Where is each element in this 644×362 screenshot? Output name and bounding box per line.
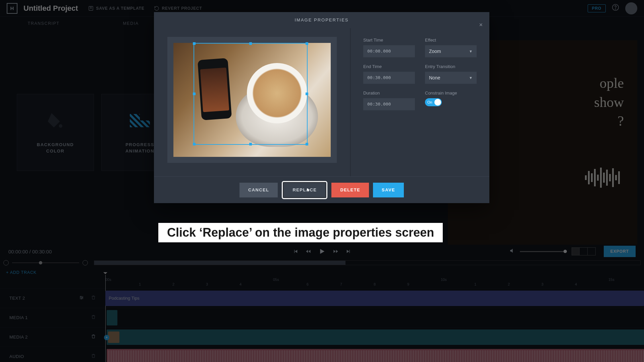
image-properties-modal: IMAGE PROPERTIES × Start Time 00:0: [154, 12, 489, 203]
label-effect: Effect: [425, 38, 477, 43]
delete-button[interactable]: DELETE: [331, 183, 369, 197]
label-constrain-image: Constrain Image: [425, 90, 477, 96]
label-end-time: End Time: [363, 64, 415, 69]
chevron-down-icon: ▼: [469, 49, 473, 53]
close-icon[interactable]: ×: [479, 17, 483, 33]
cursor-icon: [306, 188, 311, 193]
select-entry-value: None: [429, 75, 440, 80]
tutorial-callout: Click ‘Replace’ on the image properties …: [158, 223, 443, 242]
toggle-on-label: On: [427, 100, 432, 104]
label-start-time: Start Time: [363, 38, 415, 43]
label-duration: Duration: [363, 90, 415, 96]
select-effect[interactable]: Zoom▼: [425, 45, 477, 57]
crop-rectangle[interactable]: [194, 43, 308, 145]
label-entry-transition: Entry Transition: [425, 64, 477, 69]
input-start-time[interactable]: 00:00.000: [363, 45, 415, 57]
save-button[interactable]: SAVE: [373, 183, 404, 197]
cancel-button[interactable]: CANCEL: [239, 183, 278, 197]
input-end-time[interactable]: 00:30.000: [363, 72, 415, 84]
select-entry-transition[interactable]: None▼: [425, 72, 477, 84]
replace-button[interactable]: REPLACE: [283, 183, 326, 197]
select-effect-value: Zoom: [429, 49, 441, 54]
replace-label: REPLACE: [292, 187, 317, 192]
chevron-down-icon: ▼: [469, 76, 473, 80]
input-duration[interactable]: 00:30.000: [363, 98, 415, 110]
modal-title: IMAGE PROPERTIES: [294, 17, 348, 22]
replace-highlight-ring: REPLACE: [282, 181, 327, 199]
toggle-constrain-image[interactable]: On: [425, 98, 442, 106]
image-crop-frame[interactable]: [167, 37, 337, 163]
